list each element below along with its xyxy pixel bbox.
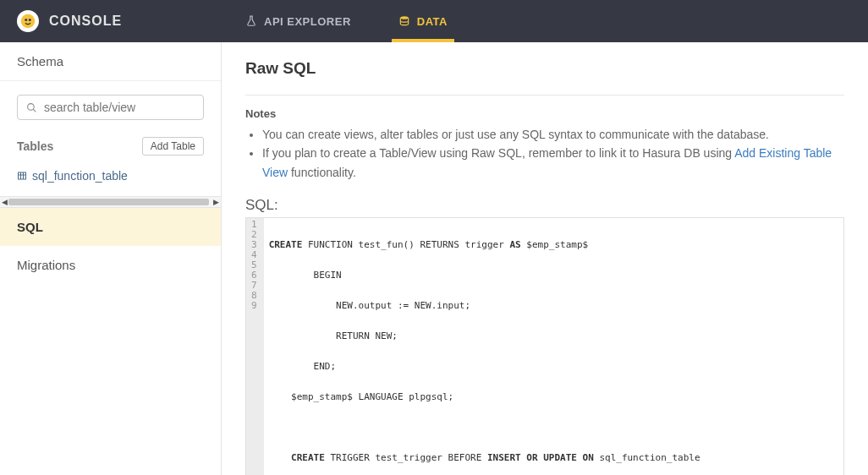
notes-line-1: You can create views, alter tables or ju… bbox=[262, 125, 844, 144]
main: Raw SQL Notes You can create views, alte… bbox=[222, 42, 868, 475]
add-table-button[interactable]: Add Table bbox=[142, 137, 204, 156]
svg-point-1 bbox=[25, 19, 27, 21]
notes-line-2-prefix: If you plan to create a Table/View using… bbox=[262, 146, 734, 160]
svg-point-3 bbox=[400, 16, 408, 19]
search-input-wrap[interactable] bbox=[17, 95, 204, 120]
sidebar-item-sql[interactable]: SQL bbox=[0, 208, 221, 246]
notes-line-2-suffix: functionality. bbox=[288, 166, 356, 179]
code-line-8: CREATE TRIGGER test_trigger BEFORE INSER… bbox=[269, 453, 838, 463]
layout: Schema Tables Add Table sql_function_tab… bbox=[0, 42, 868, 475]
sql-label: SQL: bbox=[245, 197, 844, 214]
sidebar-horizontal-scrollbar[interactable] bbox=[0, 196, 221, 208]
svg-rect-6 bbox=[19, 172, 26, 179]
brand: CONSOLE bbox=[0, 10, 222, 32]
notes-heading: Notes bbox=[245, 107, 844, 120]
code-line-2: BEGIN bbox=[269, 270, 838, 281]
table-item-label: sql_function_table bbox=[32, 169, 128, 183]
tables-header: Tables Add Table bbox=[0, 127, 221, 161]
hasura-logo-icon bbox=[17, 10, 39, 32]
sql-editor[interactable]: 123456789 CREATE FUNCTION test_fun() RET… bbox=[245, 217, 844, 475]
svg-point-2 bbox=[29, 19, 31, 21]
table-icon bbox=[17, 171, 27, 181]
search-input[interactable] bbox=[44, 101, 195, 114]
brand-title: CONSOLE bbox=[49, 14, 122, 29]
sidebar-schema[interactable]: Schema bbox=[0, 42, 221, 81]
divider bbox=[245, 95, 844, 96]
table-list: sql_function_table bbox=[0, 161, 221, 196]
sidebar-item-migrations-label: Migrations bbox=[17, 258, 75, 272]
tab-data-label: DATA bbox=[417, 15, 448, 28]
svg-point-0 bbox=[21, 14, 36, 29]
code-line-7 bbox=[269, 423, 838, 433]
tab-api-explorer[interactable]: API EXPLORER bbox=[222, 0, 375, 42]
notes-list: You can create views, alter tables or ju… bbox=[245, 125, 844, 182]
editor-gutter: 123456789 bbox=[246, 218, 264, 475]
svg-line-5 bbox=[33, 109, 36, 112]
code-line-4: RETURN NEW; bbox=[269, 331, 838, 341]
tab-data[interactable]: DATA bbox=[375, 0, 471, 42]
page-title: Raw SQL bbox=[245, 59, 844, 78]
code-line-1: CREATE FUNCTION test_fun() RETURNS trigg… bbox=[269, 240, 838, 250]
table-item-sql-function-table[interactable]: sql_function_table bbox=[17, 164, 204, 188]
topbar: CONSOLE API EXPLORER DATA bbox=[0, 0, 868, 42]
svg-point-4 bbox=[28, 103, 35, 110]
search-icon bbox=[26, 102, 37, 113]
editor-code[interactable]: CREATE FUNCTION test_fun() RETURNS trigg… bbox=[264, 218, 843, 475]
notes-line-2: If you plan to create a Table/View using… bbox=[262, 144, 844, 182]
code-line-6: $emp_stamp$ LANGUAGE plpgsql; bbox=[269, 392, 838, 402]
tables-label: Tables bbox=[17, 139, 53, 153]
sidebar-item-migrations[interactable]: Migrations bbox=[0, 246, 221, 284]
sidebar-item-sql-label: SQL bbox=[17, 220, 43, 234]
topnav: API EXPLORER DATA bbox=[222, 0, 471, 42]
database-icon bbox=[398, 15, 410, 27]
code-line-5: END; bbox=[269, 362, 838, 372]
flask-icon bbox=[245, 15, 257, 27]
tab-api-explorer-label: API EXPLORER bbox=[264, 15, 351, 28]
code-line-3: NEW.output := NEW.input; bbox=[269, 301, 838, 311]
sidebar-schema-label: Schema bbox=[17, 54, 63, 68]
scrollbar-thumb[interactable] bbox=[8, 199, 209, 205]
sidebar: Schema Tables Add Table sql_function_tab… bbox=[0, 42, 222, 475]
